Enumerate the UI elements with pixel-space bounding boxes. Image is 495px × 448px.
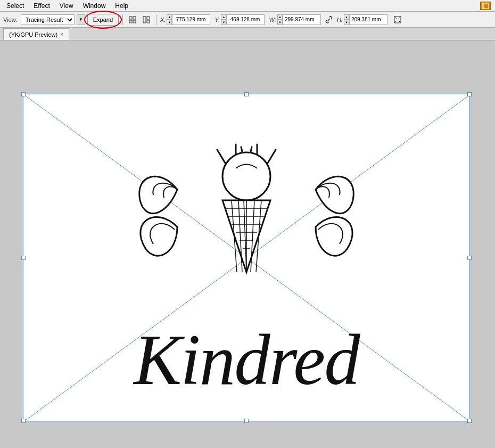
h-up[interactable]: ▲ bbox=[344, 14, 349, 20]
svg-line-16 bbox=[217, 150, 225, 163]
w-input[interactable] bbox=[283, 14, 321, 25]
tab-bar: (YK/GPU Preview) × bbox=[0, 28, 495, 40]
svg-rect-7 bbox=[147, 17, 150, 19]
svg-rect-8 bbox=[147, 20, 150, 23]
x-down[interactable]: ▼ bbox=[167, 20, 172, 25]
svg-point-22 bbox=[222, 152, 270, 200]
sep2 bbox=[156, 14, 156, 25]
h-down[interactable]: ▼ bbox=[344, 20, 349, 25]
tab-preview[interactable]: (YK/GPU Preview) × bbox=[3, 28, 69, 40]
sep1 bbox=[122, 14, 123, 25]
x-coord-group: X: ▲ ▼ -775.129 mm bbox=[160, 14, 210, 25]
x-up[interactable]: ▲ bbox=[167, 14, 172, 20]
art-content: Kindred bbox=[23, 94, 470, 421]
y-label: Y: bbox=[214, 17, 220, 23]
h-input[interactable] bbox=[349, 14, 387, 25]
w-label: W: bbox=[269, 17, 276, 23]
tab-close-button[interactable]: × bbox=[60, 32, 63, 37]
y-spinner[interactable]: ▲ ▼ bbox=[221, 14, 226, 25]
x-input[interactable]: -775.129 mm bbox=[172, 14, 210, 25]
app-icon bbox=[480, 2, 491, 10]
svg-line-12 bbox=[394, 21, 397, 23]
h-coord-group: H: ▲ ▼ bbox=[337, 14, 387, 25]
svg-rect-0 bbox=[482, 3, 489, 9]
tab-label: (YK/GPU Preview) bbox=[9, 31, 57, 38]
chain-link-icon[interactable] bbox=[323, 14, 335, 26]
transform-icon[interactable] bbox=[392, 14, 403, 26]
menu-effect[interactable]: Effect bbox=[29, 1, 54, 11]
y-input[interactable]: -469.128 mm bbox=[226, 14, 265, 25]
menu-window[interactable]: Window bbox=[79, 1, 110, 11]
h-label: H: bbox=[337, 17, 343, 23]
menu-bar: Select Effect View Window Help bbox=[0, 0, 495, 12]
x-spinner[interactable]: ▲ ▼ bbox=[167, 14, 172, 25]
y-coord-group: Y: ▲ ▼ -469.128 mm bbox=[214, 14, 265, 25]
svg-rect-6 bbox=[143, 17, 146, 23]
y-up[interactable]: ▲ bbox=[221, 14, 226, 20]
menu-select[interactable]: Select bbox=[2, 1, 28, 11]
svg-line-11 bbox=[399, 17, 401, 19]
svg-rect-3 bbox=[133, 17, 136, 19]
svg-line-13 bbox=[399, 21, 401, 23]
canvas-area: Kindred bbox=[0, 40, 495, 448]
svg-text:Kindred: Kindred bbox=[133, 320, 360, 400]
w-spinner[interactable]: ▲ ▼ bbox=[277, 14, 283, 25]
svg-line-19 bbox=[268, 150, 276, 163]
menu-view[interactable]: View bbox=[55, 1, 78, 11]
view-label: View: bbox=[3, 17, 18, 23]
svg-rect-4 bbox=[129, 20, 132, 23]
toolbar: View: Tracing Result Outlines Source Ima… bbox=[0, 12, 495, 28]
svg-line-10 bbox=[394, 17, 397, 19]
grid-icon-btn[interactable] bbox=[127, 14, 138, 26]
w-up[interactable]: ▲ bbox=[277, 14, 283, 20]
expand-button[interactable]: Expand bbox=[87, 14, 119, 26]
svg-rect-5 bbox=[133, 20, 136, 23]
w-down[interactable]: ▼ bbox=[277, 20, 283, 25]
view-select[interactable]: Tracing Result Outlines Source Image bbox=[21, 14, 75, 25]
view-dropdown-arrow[interactable]: ▼ bbox=[77, 14, 85, 25]
w-coord-group: W: ▲ ▼ bbox=[269, 14, 320, 25]
x-label: X: bbox=[160, 17, 166, 23]
h-spinner[interactable]: ▲ ▼ bbox=[344, 14, 349, 25]
svg-rect-2 bbox=[129, 17, 132, 19]
artboard: Kindred bbox=[23, 94, 470, 421]
menu-help[interactable]: Help bbox=[111, 1, 133, 11]
grid2-icon-btn[interactable] bbox=[141, 14, 152, 26]
y-down[interactable]: ▼ bbox=[221, 20, 226, 25]
